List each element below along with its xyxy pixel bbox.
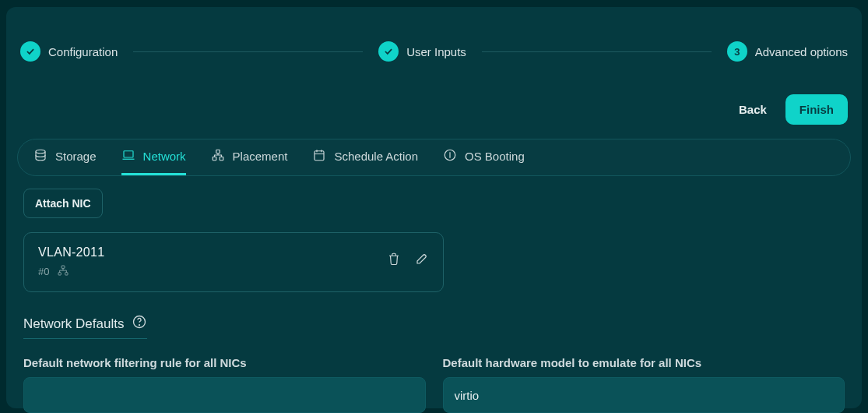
- svg-rect-7: [61, 266, 65, 268]
- step-divider: [482, 51, 712, 52]
- svg-rect-8: [58, 273, 61, 275]
- back-button[interactable]: Back: [728, 95, 778, 124]
- step-divider: [133, 51, 363, 52]
- svg-point-0: [36, 150, 45, 154]
- section-title: Network Defaults: [23, 316, 124, 332]
- hw-model-label: Default hardware model to emulate for al…: [443, 356, 845, 369]
- step-label: Advanced options: [755, 45, 848, 58]
- step-label: User Inputs: [406, 45, 466, 58]
- check-icon: [20, 41, 40, 62]
- tab-label: Schedule Action: [334, 150, 418, 163]
- svg-rect-9: [65, 273, 68, 275]
- svg-rect-1: [124, 151, 133, 157]
- laptop-icon: [121, 148, 135, 164]
- tab-label: Placement: [233, 150, 288, 163]
- svg-rect-4: [220, 157, 223, 161]
- nic-card: VLAN-2011 #0: [23, 232, 444, 292]
- filter-rule-label: Default network filtering rule for all N…: [23, 356, 426, 369]
- hw-model-input[interactable]: [443, 377, 845, 413]
- tab-placement[interactable]: Placement: [211, 139, 288, 175]
- finish-button[interactable]: Finish: [785, 94, 848, 125]
- tab-os-booting[interactable]: OS Booting: [443, 139, 525, 175]
- storage-icon: [33, 148, 47, 164]
- nic-name: VLAN-2011: [38, 245, 104, 259]
- info-icon: [443, 148, 457, 164]
- step-label: Configuration: [48, 45, 118, 58]
- wizard-actions: Back Finish: [6, 77, 862, 139]
- network-defaults-heading: Network Defaults: [23, 314, 147, 339]
- step-number-icon: 3: [727, 41, 747, 62]
- step-user-inputs[interactable]: User Inputs: [378, 41, 466, 62]
- tab-schedule-action[interactable]: Schedule Action: [312, 139, 418, 175]
- filter-rule-input[interactable]: [23, 377, 426, 413]
- delete-icon[interactable]: [387, 252, 401, 269]
- sitemap-icon: [211, 148, 225, 164]
- calendar-icon: [312, 148, 326, 164]
- step-configuration[interactable]: Configuration: [20, 41, 118, 62]
- check-icon: [378, 41, 399, 62]
- tab-storage[interactable]: Storage: [33, 139, 97, 175]
- stepper: Configuration User Inputs 3 Advanced opt…: [6, 7, 862, 77]
- tab-bar: Storage Network Placement Schedule Actio…: [17, 139, 851, 176]
- network-tree-icon: [57, 264, 69, 279]
- step-advanced-options[interactable]: 3 Advanced options: [727, 41, 848, 62]
- svg-rect-3: [213, 157, 216, 161]
- svg-rect-2: [216, 150, 220, 154]
- svg-rect-5: [315, 151, 324, 161]
- attach-nic-button[interactable]: Attach NIC: [23, 189, 103, 218]
- tab-label: Network: [143, 150, 186, 163]
- tab-label: OS Booting: [465, 150, 525, 163]
- tab-label: Storage: [55, 150, 97, 163]
- help-icon[interactable]: [132, 314, 147, 334]
- svg-point-11: [139, 325, 140, 326]
- edit-icon[interactable]: [415, 252, 429, 269]
- nic-index: #0: [38, 266, 49, 277]
- tab-network[interactable]: Network: [121, 139, 186, 175]
